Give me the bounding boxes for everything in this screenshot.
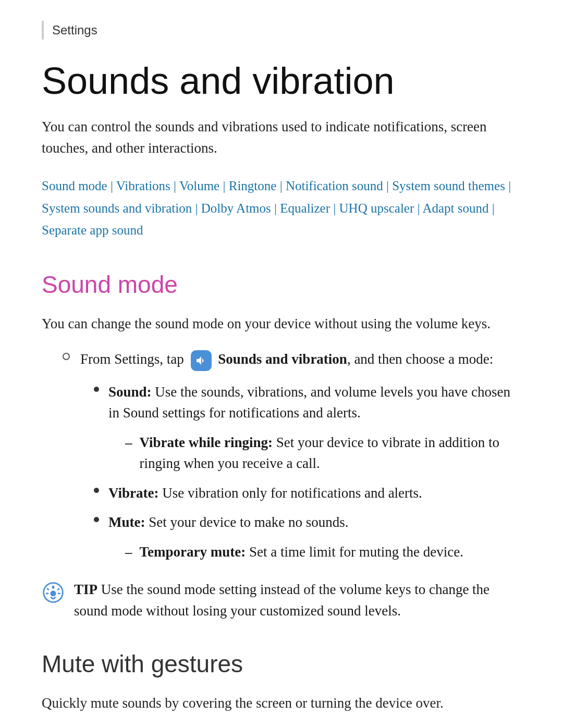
dot-bullet-2 [94, 488, 99, 493]
nav-link-dolby[interactable]: Dolby Atmos [201, 201, 271, 215]
nav-link-vibrations[interactable]: Vibrations [116, 179, 170, 193]
sounds-vibration-icon [191, 350, 212, 371]
breadcrumb: Settings [42, 21, 521, 40]
sound-mode-desc: You can change the sound mode on your de… [42, 313, 521, 335]
vibrate-bullet: Vibrate: Use vibration only for notifica… [94, 483, 521, 504]
nav-link-adapt-sound[interactable]: Adapt sound [422, 201, 488, 215]
tip-box: TIP Use the sound mode setting instead o… [42, 579, 521, 621]
sound-mode-title: Sound mode [42, 267, 521, 303]
nav-link-uhq[interactable]: UHQ upscaler [339, 201, 414, 215]
nav-link-volume[interactable]: Volume [179, 179, 219, 193]
dash-bullet: – [125, 432, 132, 453]
tip-text: TIP Use the sound mode setting instead o… [74, 579, 521, 621]
mute-gestures-title: Mute with gestures [42, 646, 521, 682]
nav-link-separate-app[interactable]: Separate app sound [42, 223, 143, 237]
nav-link-ringtone[interactable]: Ringtone [229, 179, 277, 193]
temporary-mute-text: Temporary mute: Set a time limit for mut… [140, 541, 463, 563]
sound-bullet: Sound: Use the sounds, vibrations, and v… [94, 381, 521, 424]
mute-gestures-desc: Quickly mute sounds by covering the scre… [42, 693, 521, 714]
nav-link-system-sound-themes[interactable]: System sound themes [392, 179, 505, 193]
intro-text: You can control the sounds and vibration… [42, 116, 521, 158]
dot-bullet [94, 387, 99, 392]
sound-text: Sound: Use the sounds, vibrations, and v… [108, 381, 521, 424]
svg-line-3 [58, 589, 59, 590]
vibrate-text: Vibrate: Use vibration only for notifica… [108, 483, 422, 504]
step-text: From Settings, tap Sounds and vibration,… [80, 349, 493, 371]
step-item: From Settings, tap Sounds and vibration,… [63, 349, 521, 371]
svg-point-6 [51, 591, 56, 597]
dash-bullet-2: – [125, 541, 132, 563]
nav-link-notification-sound[interactable]: Notification sound [286, 179, 383, 193]
nav-link-equalizer[interactable]: Equalizer [280, 201, 330, 215]
temporary-mute-bullet: – Temporary mute: Set a time limit for m… [125, 541, 521, 563]
dot-bullet-3 [94, 517, 99, 522]
page-title: Sounds and vibration [42, 60, 521, 102]
mute-text: Mute: Set your device to make no sounds. [108, 512, 348, 533]
vibrate-while-ringing-text: Vibrate while ringing: Set your device t… [140, 432, 522, 474]
svg-line-2 [47, 589, 48, 590]
vibrate-while-ringing-bullet: – Vibrate while ringing: Set your device… [125, 432, 521, 474]
tip-icon [42, 581, 65, 604]
nav-links: Sound mode | Vibrations | Volume | Ringt… [42, 175, 521, 242]
mute-bullet: Mute: Set your device to make no sounds. [94, 512, 521, 533]
circle-bullet [63, 353, 70, 360]
nav-link-system-sounds[interactable]: System sounds and vibration [42, 201, 192, 215]
nav-link-sound-mode[interactable]: Sound mode [42, 179, 107, 193]
